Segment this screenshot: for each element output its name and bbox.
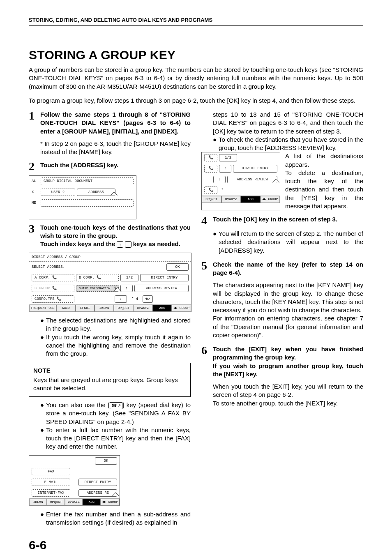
tab-active: ABC <box>83 499 100 506</box>
direct-entry-button: DIRECT ENTRY <box>140 274 189 281</box>
tab: UVWXYZ <box>221 196 241 203</box>
key: B CORP. 📞 <box>76 274 119 281</box>
ifax-button: INTERNET-FAX <box>32 489 70 497</box>
address-review-button: ADDRESS REVIEW <box>227 176 277 183</box>
tab: OPQRST <box>114 305 133 312</box>
address-review-button: ADDRESS RE <box>78 489 117 497</box>
page-number: 6-6 <box>29 537 191 554</box>
step-number: 4 <box>201 215 213 226</box>
tab: ◀▶ GROUP <box>101 499 120 506</box>
up-button: ↑ <box>219 165 231 172</box>
index-tabs: JKLMN OPQRST UVWXYZ ABC ◀▶ GROUP <box>29 498 120 506</box>
note-box: NOTE Keys that are greyed out are group … <box>29 363 191 397</box>
tab: JKLMN <box>29 499 47 506</box>
left-column: 1 Follow the same steps 1 through 8 of "… <box>29 111 191 553</box>
down-button: ↓ <box>115 295 127 303</box>
step-5-p1: The characters appearing next to the [KE… <box>213 281 363 314</box>
index-tabs: FREQUENT USE ABCD EFGHI JKLMN OPQRST UVW… <box>29 304 191 312</box>
step-6: 6 Touch the [EXIT] key when you have fin… <box>201 345 363 378</box>
step-number: 3 <box>29 223 40 249</box>
tab-active: ABC <box>241 196 261 203</box>
step-5-p2: For information on entering characters, … <box>213 314 363 339</box>
note-title: NOTE <box>33 366 186 375</box>
step-4-bullet: ●You will return to the screen of step 2… <box>213 230 363 255</box>
tab: ABCD <box>56 305 76 312</box>
tab: FREQUENT USE <box>29 305 56 312</box>
step-3-bullet-2: ●If you touch the wrong key, simply touc… <box>40 333 191 358</box>
step-4: 4 Touch the [OK] key in the screen of st… <box>201 215 363 226</box>
step-number: 2 <box>29 161 40 171</box>
step-6-head: Touch the [EXIT] key when you have finis… <box>213 345 363 378</box>
tab: JKLMN <box>95 305 114 312</box>
step-number: 1 <box>29 111 40 136</box>
page-indicator: 1/2 <box>219 154 237 161</box>
note-body: Keys that are greyed out are group keys.… <box>33 376 186 393</box>
up-button: ↑ <box>120 285 133 292</box>
step-3-screenshot: DIRECT ADDRESS / GROUP SELECT ADDRESS. O… <box>29 253 191 313</box>
fig-text-1: A list of the destinations appears. <box>285 152 363 169</box>
step-number: 6 <box>201 345 213 378</box>
field: GROUP-DIGITAL DOCUMENT <box>41 177 134 185</box>
note-bullet-2: ●To enter a full fax number with the num… <box>40 426 191 451</box>
step-3-bullet-1: ●The selected destinations are highlight… <box>40 316 191 333</box>
speed-dial-icon: ☎↗ <box>143 295 153 303</box>
step-5: 5 Check the name of the key (refer to st… <box>201 260 363 277</box>
step-3-head-1: Touch one-touch keys of the destinations… <box>40 223 191 240</box>
step-number: 5 <box>201 260 213 277</box>
prompt: SELECT ADDRESS. <box>32 265 65 269</box>
label: X <box>32 190 39 195</box>
address-button: ADDRESS <box>77 189 115 196</box>
down-arrow-icon: ↓ <box>125 241 131 248</box>
right-column: steps 10 to 13 and 15 of "STORING ONE-TO… <box>201 111 363 553</box>
fax-button: FAX <box>32 468 70 475</box>
step-2: 2 Touch the [ADDRESS] key. <box>29 161 191 171</box>
email-button: E-MAIL <box>32 479 70 486</box>
field: USER 2 <box>41 189 75 196</box>
key-greyed: C GROUP 📞 <box>32 285 74 292</box>
note-screenshot: OK FAX E-MAIL DIRECT ENTRY INTERNET-FAX … <box>29 455 120 506</box>
title-bar: DIRECT ADDRESS / GROUP <box>29 253 191 262</box>
step-1: 1 Follow the same steps 1 through 8 of "… <box>29 111 191 136</box>
tab: OPQRST <box>47 499 65 506</box>
step-6-p1: When you touch the [EXIT] key, you will … <box>213 382 363 399</box>
tab-active: ABC <box>152 305 172 312</box>
count: * 4 <box>129 297 141 302</box>
note-bullet-1: ● You can also use the [☎↗] key (speed d… <box>40 401 191 426</box>
step-3-head-2: Touch index keys and the ↑ ↓ keys as nee… <box>40 240 191 248</box>
tab: UVWXYZ <box>133 305 152 312</box>
address-review-button: ADDRESS REVIEW <box>134 285 189 292</box>
ok-button: OK <box>95 457 117 465</box>
page-title: STORING A GROUP KEY <box>29 47 363 64</box>
step-2-head: Touch the [ADDRESS] key. <box>40 161 118 171</box>
down-button: ↓ <box>213 176 226 183</box>
step-3: 3 Touch one-touch keys of the destinatio… <box>29 223 191 249</box>
page-indicator: 1/2 <box>120 274 138 281</box>
step-6-p2: To store another group, touch the [NEXT]… <box>213 399 363 408</box>
right-continuation-1: steps 10 to 13 and 15 of "STORING ONE-TO… <box>213 111 363 136</box>
step-1-head: Follow the same steps 1 through 8 of "ST… <box>40 111 191 136</box>
tab: OPQRST <box>202 196 221 203</box>
direct-entry-button: DIRECT ENTRY <box>78 479 117 486</box>
right-screenshot: 📞 1/2 📞 ↑ DIRECT ENTRY ↓ ADDRESS REVIEW … <box>201 152 280 210</box>
label: AL <box>32 179 39 184</box>
up-arrow-icon: ↑ <box>117 241 123 248</box>
fig-text-2: To delete a destination, touch the key o… <box>285 169 363 210</box>
step-5-head: Check the name of the key (refer to step… <box>213 260 363 277</box>
intro-paragraph-1: A group of numbers can be stored in a gr… <box>29 66 363 91</box>
page-header: STORING, EDITING, AND DELETING AUTO DIAL… <box>29 16 363 26</box>
label: ME <box>32 200 39 205</box>
tab: ◀▶ GROUP <box>261 196 280 203</box>
step-4-head: Touch the [OK] key in the screen of step… <box>213 215 337 226</box>
direct-entry-button: DIRECT ENTRY <box>233 165 277 172</box>
right-bullet: ●To check the destinations that you have… <box>213 136 363 152</box>
speed-dial-icon: ☎↗ <box>110 402 122 409</box>
tab: EFGHI <box>76 305 95 312</box>
tab: ◀▶ GROUP <box>172 305 191 312</box>
key-selected: SHARP CORPORATION. 📞 <box>76 285 119 292</box>
tab: UVWXYZ <box>65 499 83 506</box>
key: A CORP. 📞 <box>32 274 74 281</box>
key: CORPO.TPS 📞 <box>32 295 74 303</box>
note-bullet-3: ●Enter the fax number and then a sub-add… <box>40 510 191 527</box>
ok-button: OK <box>166 263 189 271</box>
index-tabs: OPQRST UVWXYZ ABC ◀▶ GROUP <box>202 196 280 203</box>
